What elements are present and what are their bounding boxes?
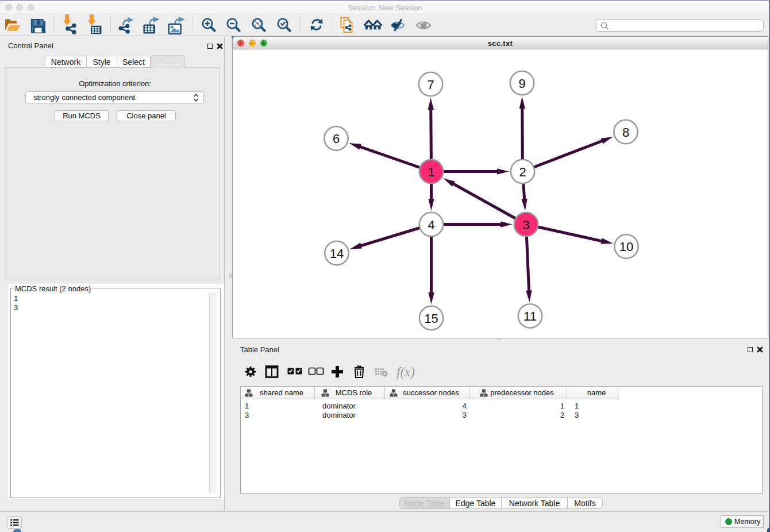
- svg-text:f(x): f(x): [396, 365, 415, 379]
- svg-text:2: 2: [519, 165, 526, 179]
- svg-text:3: 3: [522, 218, 529, 232]
- svg-text:7: 7: [427, 78, 434, 92]
- svg-text:1: 1: [428, 165, 434, 179]
- svg-text:14: 14: [330, 246, 344, 261]
- svg-text:10: 10: [619, 240, 633, 254]
- svg-text:15: 15: [424, 311, 438, 326]
- svg-text:4: 4: [428, 218, 434, 232]
- svg-text:9: 9: [518, 76, 525, 91]
- svg-text:6: 6: [333, 132, 340, 146]
- svg-text:11: 11: [523, 309, 537, 323]
- svg-text:8: 8: [622, 125, 629, 140]
